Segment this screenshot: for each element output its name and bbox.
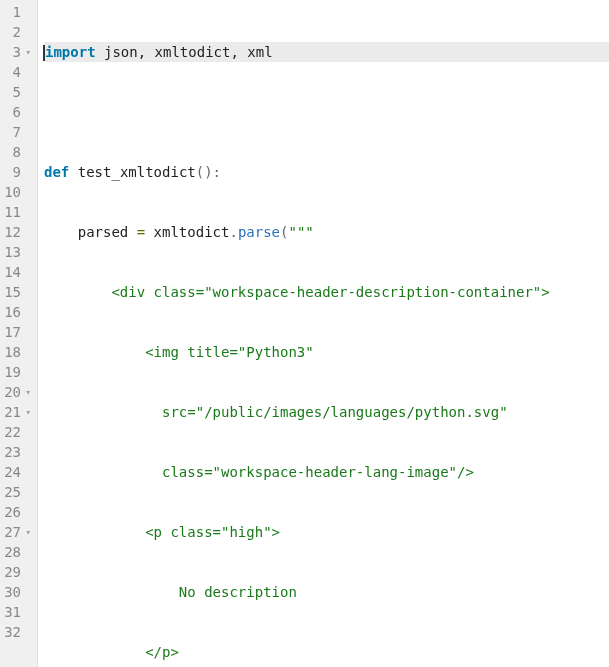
line-number: 5	[13, 82, 21, 102]
line-number-gutter: 1 2 3▾ 4 5 6 7 8 9 10 11 12 13 14 15 16 …	[0, 0, 38, 667]
method-name: parse	[238, 224, 280, 240]
code-line[interactable]: <img title="Python3"	[44, 342, 609, 362]
code-line[interactable]: </p>	[44, 642, 609, 662]
code-editor[interactable]: 1 2 3▾ 4 5 6 7 8 9 10 11 12 13 14 15 16 …	[0, 0, 609, 667]
line-number: 25	[4, 482, 21, 502]
code-line[interactable]: src="/public/images/languages/python.svg…	[44, 402, 609, 422]
line-number: 2	[13, 22, 21, 42]
line-number: 13	[4, 242, 21, 262]
line-number: 11	[4, 202, 21, 222]
code-line[interactable]: <p class="high">	[44, 522, 609, 542]
line-number: 14	[4, 262, 21, 282]
string-literal: <p class="high">	[44, 524, 280, 540]
string-literal: src="/public/images/languages/python.svg…	[44, 404, 508, 420]
line-number: 30	[4, 582, 21, 602]
line-number: 18	[4, 342, 21, 362]
code-line[interactable]: <div class="workspace-header-description…	[44, 282, 609, 302]
fold-toggle-icon[interactable]: ▾	[23, 522, 31, 542]
code-area[interactable]: import json, xmltodict, xml def test_xml…	[38, 0, 609, 667]
code-text: parsed	[44, 224, 137, 240]
string-literal: No description	[44, 584, 297, 600]
line-number: 8	[13, 142, 21, 162]
line-number: 19	[4, 362, 21, 382]
code-text: xmltodict	[145, 224, 229, 240]
line-number: 12	[4, 222, 21, 242]
line-number: 27	[4, 522, 21, 542]
line-number: 9	[13, 162, 21, 182]
code-line[interactable]: No description	[44, 582, 609, 602]
string-literal: """	[288, 224, 313, 240]
line-number: 20	[4, 382, 21, 402]
fold-toggle-icon[interactable]: ▾	[23, 42, 31, 62]
line-number: 23	[4, 442, 21, 462]
string-literal: class="workspace-header-lang-image"/>	[44, 464, 474, 480]
fold-toggle-icon[interactable]: ▾	[23, 382, 31, 402]
string-literal: </p>	[44, 644, 179, 660]
line-number: 10	[4, 182, 21, 202]
code-text: json, xmltodict, xml	[96, 44, 273, 60]
line-number: 26	[4, 502, 21, 522]
line-number: 28	[4, 542, 21, 562]
string-literal: <div class="workspace-header-description…	[44, 284, 550, 300]
code-line[interactable]: import json, xmltodict, xml	[44, 42, 609, 62]
line-number: 6	[13, 102, 21, 122]
code-line[interactable]: parsed = xmltodict.parse("""	[44, 222, 609, 242]
string-literal: <img title="Python3"	[44, 344, 314, 360]
keyword-def: def	[44, 164, 69, 180]
line-number: 22	[4, 422, 21, 442]
line-number: 7	[13, 122, 21, 142]
line-number: 29	[4, 562, 21, 582]
line-number: 31	[4, 602, 21, 622]
line-number: 3	[13, 42, 21, 62]
code-line[interactable]	[44, 102, 609, 122]
line-number: 16	[4, 302, 21, 322]
keyword-import: import	[45, 44, 96, 60]
fold-toggle-icon[interactable]: ▾	[23, 402, 31, 422]
line-number: 32	[4, 622, 21, 642]
line-number: 4	[13, 62, 21, 82]
line-number: 24	[4, 462, 21, 482]
code-line[interactable]: def test_xmltodict():	[44, 162, 609, 182]
line-number: 1	[13, 2, 21, 22]
line-number: 17	[4, 322, 21, 342]
code-line[interactable]: class="workspace-header-lang-image"/>	[44, 462, 609, 482]
line-number: 15	[4, 282, 21, 302]
line-number: 21	[4, 402, 21, 422]
function-name: test_xmltodict	[78, 164, 196, 180]
